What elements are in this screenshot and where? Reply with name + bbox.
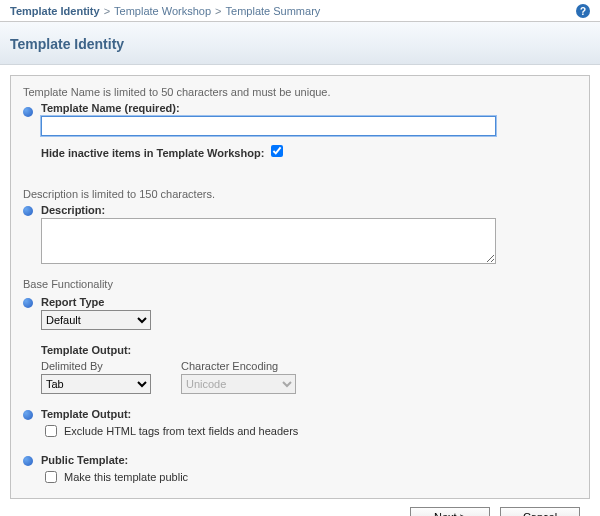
template-name-input[interactable] [41,116,496,136]
breadcrumb-item-workshop[interactable]: Template Workshop [114,5,211,17]
next-button[interactable]: Next > [410,507,490,516]
info-icon [23,298,33,308]
template-output-label-2: Template Output: [41,408,577,420]
chevron-right-icon: > [104,5,110,17]
report-type-select[interactable]: Default [41,310,151,330]
exclude-html-label: Exclude HTML tags from text fields and h… [64,425,298,437]
char-encoding-select[interactable]: Unicode [181,374,296,394]
info-icon [23,456,33,466]
header-band: Template Identity [0,22,600,65]
desc-hint: Description is limited to 150 characters… [23,188,577,200]
page-title: Template Identity [10,36,590,52]
description-textarea[interactable] [41,218,496,264]
char-encoding-label: Character Encoding [181,360,296,372]
name-label: Template Name (required): [41,102,577,114]
public-template-label: Public Template: [41,454,577,466]
info-icon [23,410,33,420]
chevron-right-icon: > [215,5,221,17]
button-bar: Next > Cancel [10,499,590,516]
template-output-label: Template Output: [41,344,577,356]
make-public-checkbox[interactable] [45,471,57,483]
delimited-by-select[interactable]: Tab [41,374,151,394]
breadcrumb-item-summary[interactable]: Template Summary [226,5,321,17]
cancel-button[interactable]: Cancel [500,507,580,516]
hide-inactive-checkbox[interactable] [271,145,283,157]
top-bar: Template Identity > Template Workshop > … [0,0,600,22]
info-icon [23,107,33,117]
name-hint: Template Name is limited to 50 character… [23,86,577,98]
help-icon[interactable]: ? [576,4,590,18]
info-icon [23,206,33,216]
hide-inactive-label: Hide inactive items in Template Workshop… [41,147,264,159]
make-public-label: Make this template public [64,471,188,483]
report-type-label: Report Type [41,296,577,308]
breadcrumb: Template Identity > Template Workshop > … [10,5,320,17]
base-functionality-heading: Base Functionality [23,278,577,290]
exclude-html-checkbox[interactable] [45,425,57,437]
delimited-by-label: Delimited By [41,360,151,372]
desc-label: Description: [41,204,577,216]
form-panel: Template Name is limited to 50 character… [10,75,590,499]
breadcrumb-current: Template Identity [10,5,100,17]
